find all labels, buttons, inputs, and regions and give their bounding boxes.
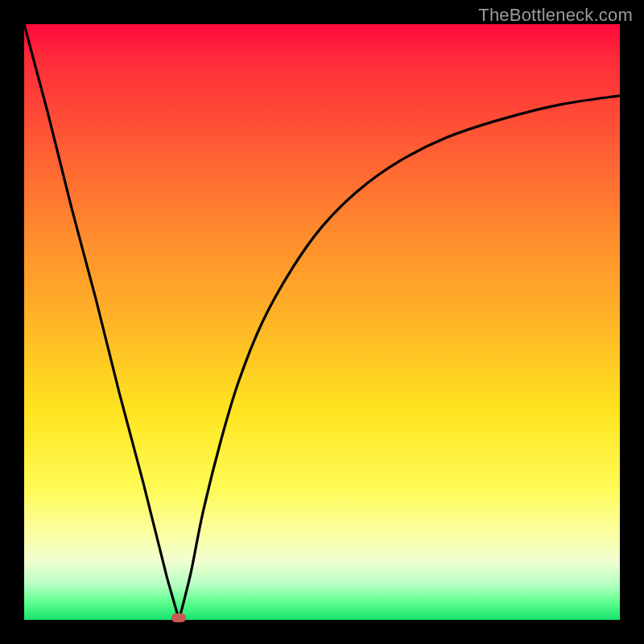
plot-area: [24, 24, 620, 620]
bottleneck-curve: [24, 24, 620, 620]
chart-frame: TheBottleneck.com: [0, 0, 644, 644]
min-marker: [171, 613, 186, 622]
curve-left-branch: [24, 24, 179, 620]
watermark-text: TheBottleneck.com: [478, 5, 633, 26]
curve-right-branch: [179, 96, 620, 620]
